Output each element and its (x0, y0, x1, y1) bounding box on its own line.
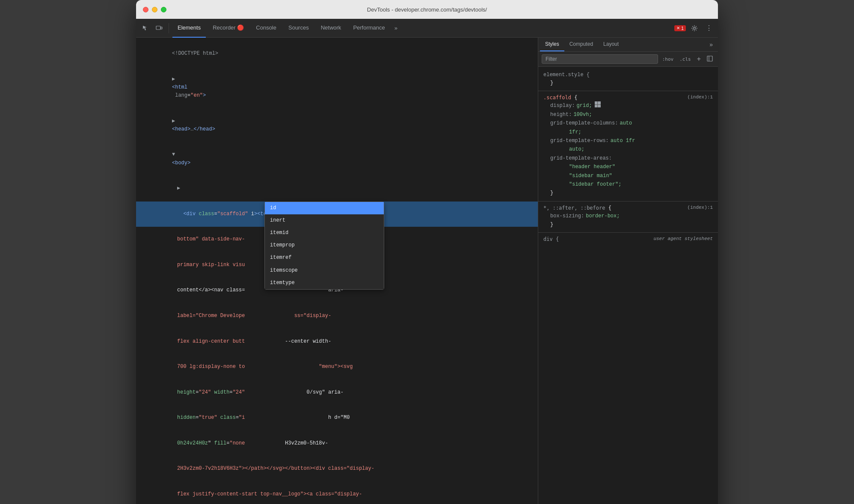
tab-more-button[interactable]: » (706, 39, 716, 50)
svg-point-2 (694, 27, 696, 29)
tree-line[interactable]: flex align-center butt --center width- (136, 329, 538, 354)
selector-scaffold: .scaffold { (543, 95, 577, 101)
line-content: 2H3v2zm0-7v2h18V6H3z"></path></svg></but… (177, 465, 374, 471)
autocomplete-item-id[interactable]: id (265, 202, 384, 214)
tab-layout[interactable]: Layout (598, 38, 624, 51)
tab-elements[interactable]: Elements (172, 19, 206, 38)
tab-sources[interactable]: Sources (283, 19, 314, 38)
style-rule-universal: *, ::after, ::before { (index):1 box-siz… (538, 203, 718, 231)
css-line: } (550, 79, 713, 87)
autocomplete-item-itemtype[interactable]: itemtype (265, 277, 384, 289)
window-title: DevTools - developer.chrome.com/tags/dev… (367, 6, 487, 13)
titlebar: DevTools - developer.chrome.com/tags/dev… (136, 0, 718, 19)
doctype-text: <!DOCTYPE html> (172, 50, 218, 56)
val-i: "i (239, 415, 245, 421)
tree-line[interactable]: ▼ <body> (136, 142, 538, 176)
class-value: "scaffold" (217, 211, 248, 217)
triangle-icon[interactable]: ▶ (172, 117, 175, 125)
inspect-element-button[interactable] (139, 23, 151, 33)
space (217, 415, 220, 421)
space-i: i (248, 211, 254, 217)
tree-line[interactable]: hidden="true" class="i h d="M0 (136, 405, 538, 431)
eq: " (208, 440, 214, 446)
pseudo-cls-btn[interactable]: .cls (678, 56, 693, 63)
tab-computed[interactable]: Computed (564, 38, 598, 51)
eq1: = (214, 211, 217, 217)
minimize-button[interactable] (152, 7, 157, 12)
toggle-sidebar-btn[interactable] (705, 55, 715, 64)
tree-line[interactable]: 0h24v24H0z" fill="none H3v2zm0-5h18v- (136, 431, 538, 457)
autocomplete-item-itemscope[interactable]: itemscope (265, 264, 384, 277)
grid-icon[interactable] (595, 101, 601, 107)
tree-line[interactable]: height="24" width="24" 0/svg" aria- (136, 380, 538, 406)
gap (245, 364, 319, 370)
line-content: content</a><nav class= (177, 287, 245, 293)
class-attr: class (199, 211, 214, 217)
rule-selector: element.style { (543, 72, 713, 78)
rule-source[interactable]: (index):1 (688, 205, 713, 211)
tree-line[interactable]: ▶ <html lang="en"> (136, 67, 538, 109)
maximize-button[interactable] (161, 7, 166, 12)
autocomplete-dropdown: id inert itemid itemprop itemref itemsco… (264, 202, 384, 290)
svg-rect-3 (707, 56, 712, 61)
tree-line[interactable]: 700 lg:display-none to "menu"><svg (136, 354, 538, 380)
css-prop-gtr: grid-template-rows: auto 1fr (550, 136, 713, 145)
tab-recorder[interactable]: Recorder 🔴 (208, 19, 249, 38)
line-content: 700 lg:display-none to (177, 364, 245, 370)
prop-name: display: (550, 101, 575, 110)
rule-source-ua[interactable]: user agent stylesheet (653, 236, 713, 242)
add-style-btn[interactable]: + (695, 54, 703, 64)
rule-divider (538, 91, 718, 91)
indent-value (550, 180, 567, 189)
styles-filter-input[interactable] (542, 54, 658, 64)
prop-value: "header header" (569, 163, 615, 171)
html-tree[interactable]: <!DOCTYPE html> ▶ <html lang="en"> ▶ <he… (136, 38, 538, 504)
more-tabs-button[interactable]: » (392, 23, 400, 33)
tab-network[interactable]: Network (316, 19, 347, 38)
line-content2: --center width- (285, 338, 331, 344)
attr-height: height (177, 389, 196, 395)
close-button[interactable] (143, 7, 148, 12)
styles-tabs: Styles Computed Layout » (538, 38, 718, 52)
prop-value: auto 1fr (611, 136, 635, 145)
triangle-icon[interactable]: ▶ (172, 75, 175, 83)
tree-line[interactable]: <!DOCTYPE html> (136, 41, 538, 67)
tree-line[interactable]: label="Chrome Develope ss="display- (136, 303, 538, 329)
div-tag-open: <div (183, 211, 199, 217)
autocomplete-item-itemprop[interactable]: itemprop (265, 239, 384, 252)
rest: 0/svg" aria- (307, 389, 344, 395)
css-prop-gtc-val2: 1fr; (550, 128, 713, 136)
styles-panel: Styles Computed Layout » :hov .cls + (538, 38, 718, 504)
tab-console[interactable]: Console (251, 19, 282, 38)
prop-value: grid; (577, 101, 592, 110)
attr-lang-value: "en" (190, 92, 203, 98)
autocomplete-item-itemid[interactable]: itemid (265, 227, 384, 239)
more-options-button[interactable]: ⋮ (703, 22, 715, 34)
attr-lang: lang (172, 92, 187, 98)
close-brace: } (550, 220, 553, 229)
autocomplete-item-inert[interactable]: inert (265, 214, 384, 227)
devtools-toolbar: Elements Recorder 🔴 Console Sources Netw… (136, 19, 718, 38)
tab-performance[interactable]: Performance (348, 19, 390, 38)
triangle-icon[interactable]: ▼ (172, 151, 175, 159)
autocomplete-item-itemref[interactable]: itemref (265, 252, 384, 264)
line-content2: "menu"><svg (319, 364, 353, 370)
line-content: primary skip-link visu (177, 262, 245, 268)
prop-value: auto; (569, 145, 584, 154)
tree-line[interactable]: ▶ (136, 176, 538, 202)
val-24b: "24" (233, 389, 245, 395)
rule-source[interactable]: (index):1 (688, 95, 713, 101)
pseudo-hover-btn[interactable]: :hov (661, 56, 676, 63)
gap (245, 338, 285, 344)
val-true: "true" (199, 415, 217, 421)
tab-styles[interactable]: Styles (540, 38, 564, 51)
tree-line[interactable]: flex justify-content-start top-nav__logo… (136, 482, 538, 504)
tree-line[interactable]: 2H3v2zm0-7v2h18V6H3z"></path></svg></but… (136, 456, 538, 482)
rule-selector: *, ::after, ::before { (index):1 (543, 205, 713, 211)
settings-button[interactable] (688, 23, 700, 33)
css-prop-gta-val1: "header header" (550, 163, 713, 171)
gap (245, 313, 294, 319)
device-toggle-button[interactable] (153, 23, 165, 33)
tree-line[interactable]: ▶ <head>…</head> (136, 109, 538, 142)
triangle-icon-inner[interactable]: ▶ (177, 184, 180, 193)
